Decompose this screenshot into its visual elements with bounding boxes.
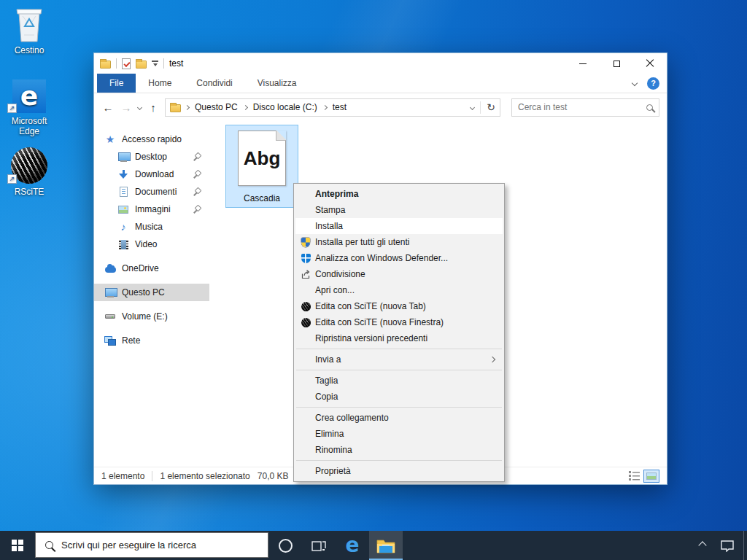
- menu-item-edita-scite-tab[interactable]: Edita con SciTE (nuova Tab): [295, 298, 503, 314]
- menu-item-installa[interactable]: Installa: [295, 218, 503, 234]
- taskbar-edge-button[interactable]: e: [336, 531, 369, 560]
- refresh-icon[interactable]: ↻: [487, 102, 495, 112]
- forward-button[interactable]: →: [120, 101, 133, 114]
- address-folder-icon: [170, 104, 181, 112]
- maximize-icon: [614, 61, 620, 67]
- sidebar-item-accesso-rapido[interactable]: ★ Accesso rapido: [94, 131, 209, 148]
- menu-item-crea-collegamento[interactable]: Crea collegamento: [295, 410, 503, 426]
- menu-item-stampa[interactable]: Stampa: [295, 202, 503, 218]
- sidebar-item-download[interactable]: Download: [94, 166, 209, 183]
- thumbnail-view-button[interactable]: [643, 470, 659, 483]
- sidebar-item-documenti[interactable]: Documenti: [94, 183, 209, 201]
- menu-item-copia[interactable]: Copia: [295, 389, 503, 405]
- address-bar[interactable]: Questo PC Disco locale (C:) test ↻: [165, 98, 500, 117]
- recent-locations-chevron-icon[interactable]: [137, 104, 142, 109]
- sidebar-item-desktop[interactable]: Desktop: [94, 148, 209, 166]
- film-icon: [117, 238, 129, 250]
- sidebar-item-musica[interactable]: ♪ Musica: [94, 218, 209, 236]
- menu-item-label: Copia: [315, 392, 338, 402]
- tab-visualizza[interactable]: Visualizza: [245, 74, 309, 93]
- window-title: test: [169, 58, 183, 69]
- tab-file[interactable]: File: [97, 74, 136, 93]
- breadcrumb-disco-locale[interactable]: Disco locale (C:): [252, 102, 319, 112]
- address-dropdown-chevron-icon[interactable]: [470, 104, 475, 109]
- desktop-icon-microsoft-edge[interactable]: e ↗ Microsoft Edge: [0, 75, 58, 136]
- menu-item-analizza-defender[interactable]: Analizza con Windows Defender...: [295, 250, 503, 266]
- menu-item-apri-con[interactable]: Apri con...: [295, 282, 503, 298]
- menu-item-label: Stampa: [315, 205, 345, 215]
- search-icon: [45, 541, 53, 549]
- desktop-icon-rscite[interactable]: ↗ RSciTE: [0, 146, 58, 197]
- menu-item-label: Invia a: [315, 354, 341, 365]
- qat-new-folder-icon[interactable]: [136, 61, 147, 69]
- menu-item-label: Installa per tutti gli utenti: [315, 237, 409, 247]
- picture-icon: [117, 203, 129, 215]
- onedrive-cloud-icon: [104, 262, 116, 274]
- start-button[interactable]: [0, 531, 35, 560]
- taskbar-search-box[interactable]: [35, 532, 268, 558]
- breadcrumb-questo-pc[interactable]: Questo PC: [193, 102, 239, 112]
- details-view-button[interactable]: [629, 471, 640, 481]
- back-button[interactable]: ←: [101, 101, 115, 114]
- tab-home[interactable]: Home: [136, 74, 184, 93]
- menu-item-rinomina[interactable]: Rinomina: [295, 442, 503, 458]
- cortana-button[interactable]: [268, 531, 302, 560]
- desktop-icon-label: Cestino: [0, 45, 58, 55]
- menu-item-ripristina-versioni[interactable]: Ripristina versioni precedenti: [295, 330, 503, 346]
- title-bar[interactable]: test: [94, 53, 667, 74]
- sidebar-item-volume-e[interactable]: Volume (E:): [94, 308, 209, 325]
- pc-monitor-icon: [104, 287, 116, 298]
- show-desktop-button[interactable]: [744, 531, 747, 560]
- menu-item-elimina[interactable]: Elimina: [295, 426, 503, 442]
- sidebar-item-video[interactable]: Video: [94, 236, 209, 253]
- sidebar-item-immagini[interactable]: Immagini: [94, 201, 209, 218]
- ribbon-tabs: File Home Condividi Visualizza ?: [94, 74, 667, 93]
- sidebar-item-label: Accesso rapido: [122, 134, 182, 144]
- menu-item-label: Edita con SciTE (nuova Tab): [315, 301, 426, 311]
- menu-item-label: Proprietà: [315, 466, 351, 476]
- taskbar-file-explorer-button[interactable]: [369, 531, 403, 560]
- desktop-icon-recycle-bin[interactable]: Cestino: [0, 4, 58, 55]
- search-box[interactable]: [511, 98, 659, 117]
- menu-item-anteprima[interactable]: Anteprima: [295, 186, 503, 202]
- edge-icon: e: [346, 535, 360, 556]
- menu-item-condivisione[interactable]: Condivisione: [295, 266, 503, 282]
- breadcrumb-test[interactable]: test: [331, 102, 348, 112]
- menu-item-invia-a[interactable]: Invia a: [295, 351, 503, 368]
- divider: [152, 471, 152, 481]
- desktop-monitor-icon: [117, 151, 129, 163]
- font-file-icon: Abg: [238, 131, 286, 186]
- search-input[interactable]: [518, 102, 646, 112]
- taskbar-search-input[interactable]: [61, 540, 258, 551]
- sidebar-item-rete[interactable]: Rete: [94, 332, 209, 349]
- sidebar-item-label: Documenti: [135, 187, 177, 197]
- task-view-button[interactable]: [302, 531, 336, 560]
- document-icon: [117, 186, 129, 198]
- menu-item-label: Apri con...: [315, 285, 355, 295]
- menu-item-installa-tutti-utenti[interactable]: Installa per tutti gli utenti: [295, 234, 503, 250]
- tab-condividi[interactable]: Condividi: [184, 74, 244, 93]
- qat-customize-caret-icon[interactable]: [152, 61, 158, 66]
- menu-item-proprieta[interactable]: Proprietà: [295, 463, 503, 479]
- sidebar-item-label: Rete: [122, 335, 140, 346]
- maximize-button[interactable]: [600, 53, 633, 74]
- sidebar-item-onedrive[interactable]: OneDrive: [94, 260, 209, 277]
- close-button[interactable]: [633, 53, 667, 74]
- menu-item-taglia[interactable]: Taglia: [295, 373, 503, 389]
- menu-item-edita-scite-finestra[interactable]: Edita con SciTE (nuova Finestra): [295, 314, 503, 330]
- qat-properties-icon[interactable]: [122, 58, 131, 69]
- cortana-circle-icon: [279, 539, 293, 553]
- up-button[interactable]: ↑: [147, 101, 160, 114]
- menu-separator: [296, 460, 502, 461]
- help-button[interactable]: ?: [647, 77, 659, 90]
- menu-item-label: Ripristina versioni precedenti: [315, 333, 427, 343]
- pin-icon: [193, 153, 201, 161]
- thumbnail-view-icon: [646, 472, 657, 480]
- show-hidden-icons-chevron[interactable]: [698, 541, 706, 549]
- sidebar-item-questo-pc[interactable]: Questo PC: [94, 284, 209, 301]
- minimize-button[interactable]: [566, 53, 600, 74]
- expand-ribbon-chevron-icon[interactable]: [632, 80, 638, 86]
- action-center-icon[interactable]: [720, 539, 735, 552]
- file-item-cascadia[interactable]: Abg Cascadia: [225, 125, 298, 208]
- status-item-count: 1 elemento: [101, 471, 144, 481]
